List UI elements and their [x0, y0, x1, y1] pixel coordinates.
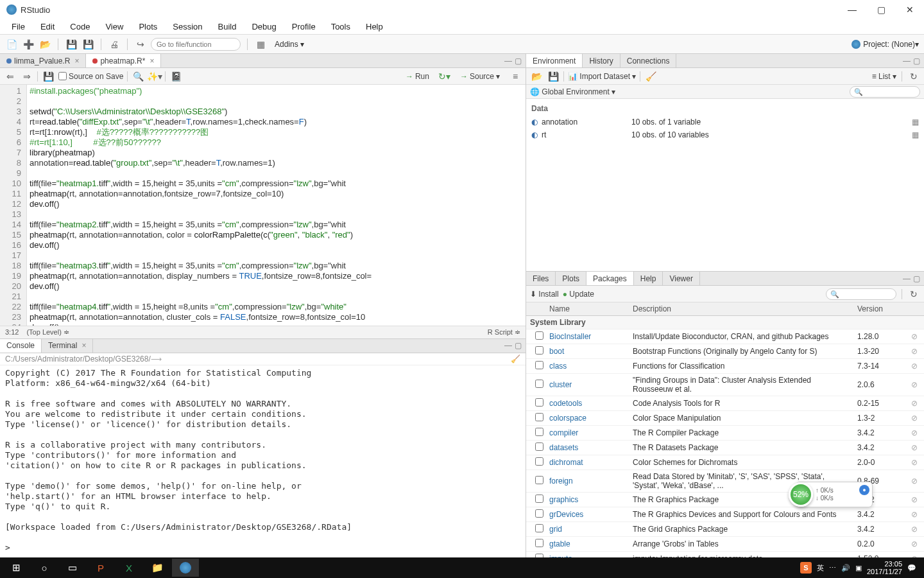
new-project-icon[interactable]: ➕ [22, 38, 35, 51]
env-search-input[interactable] [850, 86, 920, 98]
pkg-checkbox[interactable] [535, 495, 543, 503]
save-icon[interactable]: 💾 [42, 70, 55, 83]
print-icon[interactable]: 🖨 [108, 38, 121, 51]
rstudio-taskbar-icon[interactable] [172, 559, 199, 577]
pkg-name-link[interactable]: codetools [545, 397, 629, 410]
search-icon[interactable]: ○ [31, 559, 58, 577]
plots-tab[interactable]: Plots [556, 272, 586, 285]
remove-pkg-icon[interactable]: ⊘ [905, 345, 924, 358]
pkg-name-link[interactable]: class [545, 360, 629, 372]
menu-plots[interactable]: Plots [132, 21, 164, 33]
minimize-pane-icon[interactable]: — [504, 57, 512, 66]
scope-dropdown[interactable]: 🌐 Global Environment ▾ [530, 87, 615, 96]
run-button[interactable]: → Run [402, 71, 433, 82]
remove-pkg-icon[interactable]: ⊘ [905, 397, 924, 410]
code-editor[interactable]: 1234567891011121314151617181920212223242… [0, 85, 526, 326]
minimize-button[interactable]: — [844, 4, 860, 15]
sogou-ime-icon[interactable]: S [800, 562, 812, 574]
close-button[interactable]: ✕ [902, 4, 918, 15]
import-dataset-dropdown[interactable]: 📊 Import Dataset ▾ [568, 72, 636, 81]
remove-pkg-icon[interactable]: ⊘ [905, 360, 924, 372]
packages-tab[interactable]: Packages [586, 272, 634, 285]
menu-help[interactable]: Help [359, 21, 389, 33]
ime-lang[interactable]: 英 [817, 563, 824, 573]
menu-file[interactable]: File [5, 21, 31, 33]
pkg-checkbox[interactable] [535, 524, 543, 532]
new-file-icon[interactable]: 📄 [5, 38, 18, 51]
find-icon[interactable]: 🔍 [132, 70, 144, 83]
remove-pkg-icon[interactable]: ⊘ [905, 523, 924, 536]
excel-icon[interactable]: X [116, 559, 142, 577]
clear-console-icon[interactable]: 🧹 [511, 355, 520, 363]
pkg-checkbox[interactable] [535, 509, 543, 518]
pkg-checkbox[interactable] [535, 442, 543, 451]
pkg-checkbox[interactable] [535, 428, 543, 436]
clear-env-icon[interactable]: 🧹 [644, 70, 657, 83]
menu-edit[interactable]: Edit [34, 21, 61, 33]
env-row[interactable]: ◐rt10 obs. of 10 variables▦ [531, 128, 919, 141]
wand-icon[interactable]: ✨▾ [148, 70, 161, 83]
env-row[interactable]: ◐annotation10 obs. of 1 variable▦ [531, 116, 919, 128]
remove-pkg-icon[interactable]: ⊘ [905, 508, 924, 521]
menu-tools[interactable]: Tools [325, 21, 357, 33]
menu-build[interactable]: Build [212, 21, 243, 33]
pkg-checkbox[interactable] [535, 380, 543, 388]
menu-profile[interactable]: Profile [286, 21, 322, 33]
list-view-dropdown[interactable]: ≡ List ▾ [872, 72, 896, 81]
start-button[interactable]: ⊞ [3, 559, 30, 577]
forward-icon[interactable]: ⇒ [21, 70, 33, 83]
pkg-name-link[interactable]: graphics [545, 493, 629, 506]
tray-icon[interactable]: ▣ [855, 564, 862, 572]
environment-tab[interactable]: Environment [526, 54, 583, 67]
refresh-icon[interactable]: ↻ [907, 288, 920, 301]
outline-icon[interactable]: ≡ [509, 70, 522, 83]
maximize-pane-icon[interactable]: ▢ [913, 57, 920, 66]
files-tab[interactable]: Files [526, 272, 556, 285]
pkg-checkbox[interactable] [535, 413, 543, 421]
save-workspace-icon[interactable]: 💾 [547, 70, 560, 83]
maximize-button[interactable]: ▢ [873, 4, 889, 15]
pkg-checkbox[interactable] [535, 554, 543, 557]
pkg-checkbox[interactable] [535, 361, 543, 369]
refresh-icon[interactable]: ↻ [907, 70, 920, 83]
console-tab[interactable]: Console [0, 339, 42, 353]
remove-pkg-icon[interactable]: ⊘ [905, 426, 924, 439]
open-file-icon[interactable]: 📂 [38, 38, 51, 51]
tray-more-icon[interactable]: ⋯ [829, 564, 836, 572]
maximize-pane-icon[interactable]: ▢ [515, 341, 522, 350]
pkg-checkbox[interactable] [535, 457, 543, 466]
grid-icon[interactable]: ▦ [254, 38, 267, 51]
help-tab[interactable]: Help [634, 272, 663, 285]
view-data-icon[interactable]: ▦ [912, 118, 919, 127]
speed-widget[interactable]: 52% ↑ 0K/s ↓ 0K/s ● [796, 482, 873, 507]
minimize-pane-icon[interactable]: — [903, 274, 911, 283]
pkg-name-link[interactable]: BiocInstaller [545, 330, 629, 343]
remove-pkg-icon[interactable]: ⊘ [905, 378, 924, 391]
source-button[interactable]: → Source ▾ [456, 71, 504, 82]
powerpoint-icon[interactable]: P [87, 559, 114, 577]
connections-tab[interactable]: Connections [620, 54, 677, 67]
notebook-icon[interactable]: 📓 [169, 70, 182, 83]
remove-pkg-icon[interactable]: ⊘ [905, 552, 924, 557]
remove-pkg-icon[interactable]: ⊘ [905, 441, 924, 454]
pkg-name-link[interactable]: dichromat [545, 456, 629, 469]
remove-pkg-icon[interactable]: ⊘ [905, 475, 924, 487]
menu-view[interactable]: View [99, 21, 130, 33]
back-icon[interactable]: ⇐ [4, 70, 17, 83]
pkg-name-link[interactable]: colorspace [545, 412, 629, 425]
pkg-search-input[interactable] [826, 288, 896, 300]
save-all-icon[interactable]: 💾 [81, 38, 94, 51]
addins-dropdown[interactable]: Addins ▾ [271, 39, 308, 50]
task-view-icon[interactable]: ▭ [59, 559, 86, 577]
maximize-pane-icon[interactable]: ▢ [515, 57, 522, 66]
goto-icon[interactable]: ↪ [134, 38, 147, 51]
maximize-pane-icon[interactable]: ▢ [913, 274, 920, 283]
pkg-name-link[interactable]: gtable [545, 538, 629, 550]
source-tab-pheatmap[interactable]: pheatmap.R* × [86, 54, 161, 67]
volume-icon[interactable]: 🔊 [841, 564, 850, 572]
pkg-checkbox[interactable] [535, 346, 543, 355]
pkg-name-link[interactable]: compiler [545, 426, 629, 439]
view-data-icon[interactable]: ▦ [912, 130, 919, 139]
pkg-name-link[interactable]: datasets [545, 441, 629, 454]
pkg-name-link[interactable]: grDevices [545, 508, 629, 521]
